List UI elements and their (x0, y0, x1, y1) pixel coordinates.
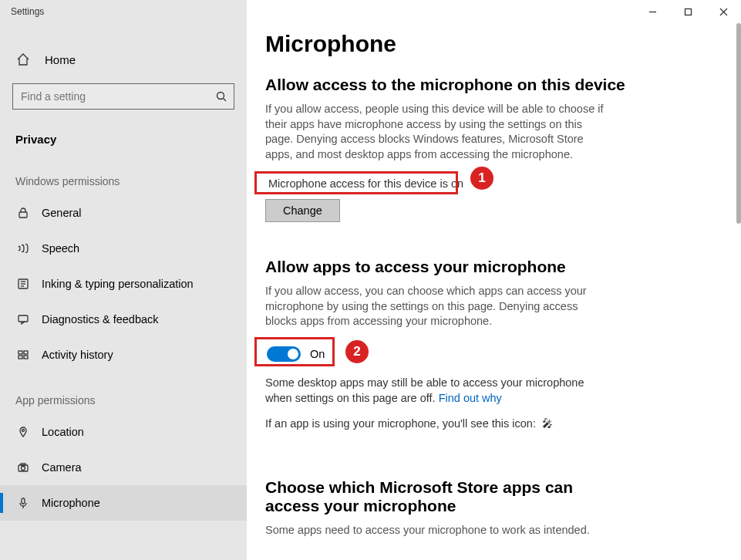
svg-rect-15 (24, 356, 28, 359)
svg-rect-14 (19, 356, 22, 359)
search-icon (209, 91, 234, 102)
microphone-icon (15, 497, 31, 509)
mic-in-use-note: If an app is using your microphone, you'… (265, 417, 612, 432)
svg-rect-11 (19, 315, 28, 322)
sidebar-item-label: Activity history (42, 349, 113, 361)
section2-body: If you allow access, you can choose whic… (265, 284, 612, 329)
svg-rect-13 (24, 351, 28, 354)
section1-heading: Allow access to the microphone on this d… (265, 76, 722, 94)
minimize-button[interactable] (635, 0, 670, 23)
sidebar-item-label: General (42, 207, 82, 219)
sidebar-item-general[interactable]: General (0, 195, 247, 231)
title-bar: Settings (0, 0, 247, 23)
svg-rect-12 (19, 351, 22, 354)
sidebar-item-label: Microphone (42, 497, 100, 509)
search-input[interactable] (13, 90, 209, 103)
camera-icon (15, 461, 31, 474)
svg-point-4 (217, 93, 224, 100)
speech-icon (15, 242, 31, 255)
main-content: Microphone Allow access to the microphon… (247, 0, 741, 560)
apps-access-toggle[interactable] (267, 346, 301, 362)
sidebar-item-camera[interactable]: Camera (0, 450, 247, 485)
sidebar: Settings Home Privacy Windows permission… (0, 0, 247, 560)
activity-icon (15, 349, 31, 361)
svg-rect-6 (19, 212, 27, 218)
maximize-button[interactable] (670, 0, 706, 23)
sidebar-item-label: Inking & typing personalization (42, 278, 194, 290)
access-status: Microphone access for this device is on (265, 176, 722, 191)
group-header-windows: Windows permissions (0, 153, 247, 195)
svg-rect-20 (22, 498, 25, 504)
svg-point-18 (22, 467, 25, 471)
lock-icon (15, 207, 31, 219)
sidebar-item-label: Camera (42, 461, 82, 474)
section1-body: If you allow access, people using this d… (265, 102, 612, 162)
home-label: Home (45, 53, 76, 66)
window-title: Settings (0, 6, 44, 17)
close-button[interactable] (706, 0, 741, 23)
svg-point-16 (22, 430, 25, 432)
scrollbar[interactable] (736, 23, 741, 224)
page-title: Microphone (265, 31, 722, 57)
microphone-indicator-icon: 🎤︎ (542, 417, 553, 430)
toggle-state-label: On (310, 348, 325, 360)
location-icon (15, 426, 31, 438)
search-box[interactable] (12, 83, 234, 110)
note-text: Some desktop apps may still be able to a… (265, 376, 584, 404)
sidebar-item-location[interactable]: Location (0, 414, 247, 450)
find-out-why-link[interactable]: Find out why (439, 392, 502, 404)
section3-heading: Choose which Microsoft Store apps can ac… (265, 478, 605, 515)
home-icon (15, 52, 31, 66)
change-button[interactable]: Change (265, 199, 340, 222)
group-header-app: App permissions (0, 373, 247, 414)
svg-rect-1 (685, 8, 691, 15)
svg-line-5 (224, 99, 227, 102)
sidebar-item-activity[interactable]: Activity history (0, 337, 247, 373)
section2-heading: Allow apps to access your microphone (265, 258, 722, 276)
sidebar-item-speech[interactable]: Speech (0, 231, 247, 266)
note-text-b: If an app is using your microphone, you'… (265, 417, 536, 430)
current-section: Privacy (0, 120, 247, 153)
sidebar-item-label: Location (42, 426, 84, 438)
desktop-apps-note: Some desktop apps may still be able to a… (265, 376, 612, 406)
sidebar-item-microphone[interactable]: Microphone (0, 485, 247, 521)
sidebar-item-diagnostics[interactable]: Diagnostics & feedback (0, 302, 247, 337)
section3-body: Some apps need to access your microphone… (265, 523, 612, 538)
svg-rect-19 (21, 464, 25, 465)
home-nav[interactable]: Home (0, 46, 247, 73)
window-controls (635, 0, 741, 23)
sidebar-item-inking[interactable]: Inking & typing personalization (0, 266, 247, 302)
sidebar-item-label: Speech (42, 242, 79, 255)
feedback-icon (15, 313, 31, 326)
inking-icon (15, 278, 31, 290)
sidebar-item-label: Diagnostics & feedback (42, 313, 159, 326)
